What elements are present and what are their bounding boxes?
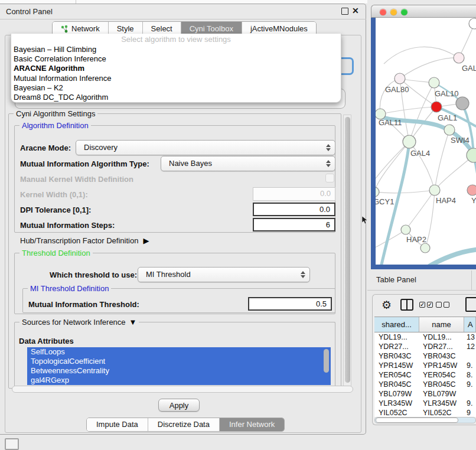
expand-right-icon[interactable]: ▶ (143, 236, 149, 245)
aracne-mode-combobox[interactable]: Discovery (76, 140, 335, 155)
node-label: GAL1 (438, 113, 457, 122)
kernel-width-field[interactable]: 0.0 (253, 187, 335, 201)
column-header-shared-name[interactable]: shared... (374, 317, 419, 332)
network-edge[interactable] (425, 190, 435, 248)
algorithm-option[interactable]: Mutual Information Inference (11, 74, 341, 83)
table-row[interactable]: YBR045CYBR045C9. (374, 380, 476, 389)
algorithm-option[interactable]: ARACNE Algorithm (11, 64, 341, 73)
table-scrollbar-thumb[interactable] (376, 418, 458, 423)
sources-legend-text: Sources for Network Inference (22, 318, 126, 327)
table-row[interactable]: YLR345WYLR345W9. (374, 399, 476, 408)
table-cell: YPR145W (419, 361, 464, 370)
attributes-list-scrollbar[interactable] (324, 349, 329, 373)
table-cell: YER054C (419, 370, 464, 380)
float-window-icon[interactable] (341, 8, 348, 15)
network-node[interactable] (429, 185, 440, 195)
mi-threshold-field[interactable]: 0.5 (248, 297, 332, 311)
table-row[interactable]: YER054CYER054C8. (374, 370, 476, 380)
mouse-cursor (361, 216, 369, 224)
settings-horizontal-scrollbar[interactable] (12, 386, 353, 393)
scrollbar-thumb[interactable] (345, 117, 350, 383)
table-cell: 13 (464, 332, 476, 342)
mi-steps-field[interactable]: 6 (253, 218, 335, 231)
network-edge[interactable] (400, 58, 459, 79)
network-edge[interactable] (380, 79, 400, 114)
zoom-traffic-light-icon[interactable] (401, 9, 407, 15)
network-node[interactable] (456, 97, 469, 110)
algorithm-option[interactable]: Basic Correlation Inference (11, 54, 341, 64)
network-window-titlebar[interactable] (371, 5, 476, 18)
network-edge[interactable] (380, 107, 436, 114)
close-traffic-light-icon[interactable] (380, 9, 386, 15)
mi-type-combobox[interactable]: Naive Bayes (161, 156, 335, 171)
aracne-mode-label: Aracne Mode: (20, 144, 71, 152)
table-row[interactable]: YDL19...YDL19...13 (374, 332, 476, 342)
table-cell: 9 (464, 408, 476, 417)
hub-definition-toggle[interactable]: Hub/Transcription Factor Definition▶ (20, 236, 149, 245)
network-node[interactable] (431, 102, 442, 112)
apply-button[interactable]: Apply (158, 399, 200, 412)
table-row[interactable]: YPR145WYPR145W9. (374, 361, 476, 370)
network-edge[interactable] (409, 83, 434, 142)
table-cell: YBL079W (419, 389, 464, 399)
unchecked-checkbox-icon[interactable] (444, 302, 449, 308)
network-node[interactable] (429, 77, 439, 88)
minimize-traffic-light-icon[interactable] (390, 9, 397, 15)
checked-checkbox-icon[interactable]: ✓ (427, 302, 433, 308)
network-node[interactable] (403, 135, 416, 148)
settings-vertical-scrollbar[interactable] (343, 115, 351, 389)
data-attributes-list[interactable]: SelfLoopsTopologicalCoefficientBetweenne… (27, 347, 331, 385)
table-cell: 8. (464, 370, 476, 380)
network-node[interactable] (395, 73, 405, 84)
tab-infer-network[interactable]: Infer Network (220, 418, 284, 431)
table-row[interactable]: YBL079WYBL079W (374, 389, 476, 399)
network-node[interactable] (376, 187, 379, 197)
checked-checkbox-icon[interactable]: ✓ (419, 302, 425, 308)
algorithm-definition-legend: Algorithm Definition (19, 121, 91, 130)
algorithm-option[interactable]: Bayesian – K2 (11, 83, 341, 93)
close-icon[interactable]: ✕ (352, 6, 359, 15)
manual-kernel-checkbox[interactable] (325, 174, 334, 182)
network-edge[interactable] (435, 130, 449, 190)
node-label: GAL4 (410, 149, 430, 158)
column-header-partial[interactable]: A (464, 317, 476, 332)
network-edge[interactable] (384, 47, 459, 64)
table-cell: YBL079W (374, 389, 419, 399)
network-edge[interactable] (430, 249, 476, 265)
tab-discretize-data[interactable]: Discretize Data (148, 418, 220, 431)
document-icon[interactable] (465, 297, 476, 312)
attribute-item[interactable]: gal4RGexp (27, 376, 331, 385)
network-view-canvas[interactable]: GALGAL80GAL10GAL1GAL11SWI4GAL4GCY1HAP4YH… (376, 18, 476, 265)
dock-panel-icon[interactable] (5, 438, 19, 450)
expand-down-icon[interactable]: ▼ (129, 318, 137, 327)
control-panel-titlebar (0, 4, 366, 19)
algorithm-dropdown-placeholder: Select algorithm to view settings (11, 34, 341, 45)
unchecked-checkbox-icon[interactable] (436, 302, 442, 308)
which-threshold-combobox[interactable]: MI Threshold (138, 267, 310, 282)
attribute-item[interactable]: SelfLoops (27, 347, 331, 357)
cyni-bottom-tabbar: Impute DataDiscretize DataInfer Network (86, 418, 285, 432)
network-node[interactable] (401, 225, 410, 234)
network-node[interactable] (469, 18, 476, 29)
network-edge[interactable] (376, 190, 435, 193)
table-panel-title: Table Panel (376, 275, 416, 284)
tab-impute-data[interactable]: Impute Data (87, 418, 148, 431)
table-cell: YBR043C (374, 351, 419, 361)
table-row[interactable]: YBR043CYBR043C (374, 351, 476, 361)
gear-icon[interactable]: ⚙ (382, 298, 392, 312)
algorithm-option[interactable]: Dream8 DC_TDC Algorithm (11, 93, 341, 102)
attribute-item[interactable]: BetweennessCentrality (27, 366, 331, 376)
table-row[interactable]: YIL052CYIL052C9 (374, 408, 476, 417)
dpi-tolerance-field[interactable]: 0.0 (253, 203, 335, 216)
attribute-item[interactable]: TopologicalCoefficient (27, 357, 331, 366)
table-row[interactable]: YDR27...YDR27...12 (374, 342, 476, 351)
network-node[interactable] (454, 53, 464, 63)
network-node[interactable] (444, 125, 455, 135)
network-node[interactable] (467, 185, 476, 195)
network-edge[interactable] (406, 190, 435, 230)
algorithm-option[interactable]: Bayesian – Hill Climbing (11, 45, 341, 54)
kernel-width-label: Kernel Width (0,1): (20, 190, 88, 199)
network-node[interactable] (420, 243, 430, 253)
table-cell: YIL052C (374, 408, 419, 417)
column-header-name[interactable]: name (419, 317, 464, 332)
